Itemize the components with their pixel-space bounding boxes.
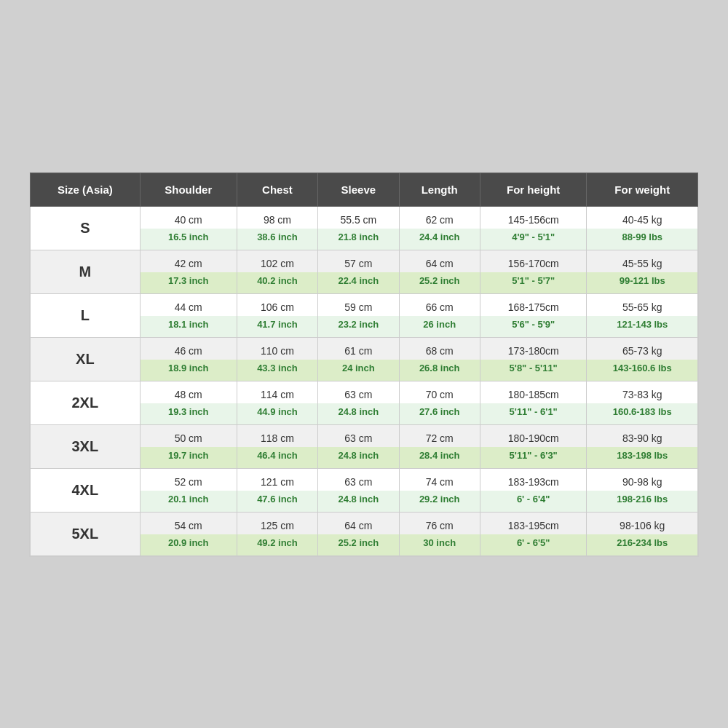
- table-row: M42 cm102 cm57 cm64 cm156-170cm45-55 kg: [31, 250, 698, 272]
- cm-value: 180-185cm: [480, 381, 587, 403]
- cm-value: 63 cm: [318, 424, 399, 447]
- cm-value: 55-65 kg: [587, 293, 698, 316]
- inch-value: 28.4 inch: [399, 447, 480, 469]
- inch-value: 183-198 lbs: [587, 447, 698, 469]
- table-row: S40 cm98 cm55.5 cm62 cm145-156cm40-45 kg: [31, 206, 698, 229]
- cm-value: 52 cm: [140, 468, 237, 491]
- cm-value: 168-175cm: [480, 293, 587, 316]
- size-cell: M: [31, 250, 141, 293]
- cm-value: 68 cm: [399, 337, 480, 360]
- cm-value: 102 cm: [237, 250, 317, 272]
- inch-value: 99-121 lbs: [587, 272, 698, 294]
- cm-value: 125 cm: [237, 512, 317, 534]
- inch-value: 18.9 inch: [140, 360, 237, 381]
- inch-value: 121-143 lbs: [587, 316, 698, 338]
- cm-value: 46 cm: [140, 337, 237, 360]
- table-row: 4XL52 cm121 cm63 cm74 cm183-193cm90-98 k…: [31, 468, 698, 491]
- cm-value: 98-106 kg: [587, 512, 698, 534]
- inch-value: 40.2 inch: [237, 272, 317, 294]
- inch-value: 38.6 inch: [237, 229, 317, 250]
- inch-value: 143-160.6 lbs: [587, 360, 698, 381]
- inch-value: 19.3 inch: [140, 403, 237, 425]
- cm-value: 44 cm: [140, 293, 237, 316]
- header-cell-size-(asia): Size (Asia): [31, 173, 141, 206]
- size-cell: 3XL: [31, 424, 141, 468]
- header-cell-length: Length: [399, 173, 480, 206]
- cm-value: 72 cm: [399, 424, 480, 447]
- size-chart-container: Size (Asia)ShoulderChestSleeveLengthFor …: [29, 172, 699, 557]
- inch-value: 5'6" - 5'9": [480, 316, 587, 338]
- inch-value: 198-216 lbs: [587, 491, 698, 513]
- inch-value: 216-234 lbs: [587, 534, 698, 556]
- inch-value: 46.4 inch: [237, 447, 317, 469]
- cm-value: 114 cm: [237, 381, 317, 403]
- inch-value: 16.5 inch: [140, 229, 237, 250]
- inch-value: 49.2 inch: [237, 534, 317, 556]
- inch-value: 24.8 inch: [318, 447, 399, 469]
- cm-value: 42 cm: [140, 250, 237, 272]
- inch-value: 25.2 inch: [318, 534, 399, 556]
- table-row: 3XL50 cm118 cm63 cm72 cm180-190cm83-90 k…: [31, 424, 698, 447]
- inch-value: 24.4 inch: [399, 229, 480, 250]
- inch-value: 41.7 inch: [237, 316, 317, 338]
- inch-value: 88-99 lbs: [587, 229, 698, 250]
- inch-value: 30 inch: [399, 534, 480, 556]
- cm-value: 145-156cm: [480, 206, 587, 229]
- cm-value: 70 cm: [399, 381, 480, 403]
- cm-value: 40 cm: [140, 206, 237, 229]
- inch-value: 5'11" - 6'1": [480, 403, 587, 425]
- cm-value: 64 cm: [318, 512, 399, 534]
- inch-value: 47.6 inch: [237, 491, 317, 513]
- inch-value: 26.8 inch: [399, 360, 480, 381]
- header-cell-shoulder: Shoulder: [140, 173, 237, 206]
- cm-value: 180-190cm: [480, 424, 587, 447]
- cm-value: 74 cm: [399, 468, 480, 491]
- inch-value: 22.4 inch: [318, 272, 399, 294]
- cm-value: 63 cm: [318, 468, 399, 491]
- inch-value: 44.9 inch: [237, 403, 317, 425]
- table-row: XL46 cm110 cm61 cm68 cm173-180cm65-73 kg: [31, 337, 698, 360]
- inch-value: 24.8 inch: [318, 403, 399, 425]
- cm-value: 173-180cm: [480, 337, 587, 360]
- inch-value: 25.2 inch: [399, 272, 480, 294]
- cm-value: 45-55 kg: [587, 250, 698, 272]
- cm-value: 50 cm: [140, 424, 237, 447]
- cm-value: 121 cm: [237, 468, 317, 491]
- table-row: L44 cm106 cm59 cm66 cm168-175cm55-65 kg: [31, 293, 698, 316]
- size-cell: L: [31, 293, 141, 337]
- header-cell-for-weight: For weight: [587, 173, 698, 206]
- inch-value: 21.8 inch: [318, 229, 399, 250]
- table-row: 5XL54 cm125 cm64 cm76 cm183-195cm98-106 …: [31, 512, 698, 534]
- cm-value: 64 cm: [399, 250, 480, 272]
- inch-value: 24 inch: [318, 360, 399, 381]
- cm-value: 65-73 kg: [587, 337, 698, 360]
- header-cell-for-height: For height: [480, 173, 587, 206]
- size-cell: 2XL: [31, 381, 141, 424]
- inch-value: 20.9 inch: [140, 534, 237, 556]
- inch-value: 29.2 inch: [399, 491, 480, 513]
- cm-value: 183-193cm: [480, 468, 587, 491]
- cm-value: 61 cm: [318, 337, 399, 360]
- cm-value: 63 cm: [318, 381, 399, 403]
- inch-value: 20.1 inch: [140, 491, 237, 513]
- cm-value: 118 cm: [237, 424, 317, 447]
- cm-value: 90-98 kg: [587, 468, 698, 491]
- inch-value: 19.7 inch: [140, 447, 237, 469]
- cm-value: 156-170cm: [480, 250, 587, 272]
- inch-value: 17.3 inch: [140, 272, 237, 294]
- cm-value: 48 cm: [140, 381, 237, 403]
- size-cell: XL: [31, 337, 141, 381]
- inch-value: 43.3 inch: [237, 360, 317, 381]
- inch-value: 26 inch: [399, 316, 480, 338]
- header-row: Size (Asia)ShoulderChestSleeveLengthFor …: [31, 173, 698, 206]
- cm-value: 66 cm: [399, 293, 480, 316]
- cm-value: 57 cm: [318, 250, 399, 272]
- inch-value: 5'11" - 6'3": [480, 447, 587, 469]
- cm-value: 62 cm: [399, 206, 480, 229]
- cm-value: 54 cm: [140, 512, 237, 534]
- cm-value: 183-195cm: [480, 512, 587, 534]
- inch-value: 24.8 inch: [318, 491, 399, 513]
- cm-value: 106 cm: [237, 293, 317, 316]
- cm-value: 55.5 cm: [318, 206, 399, 229]
- inch-value: 5'1" - 5'7": [480, 272, 587, 294]
